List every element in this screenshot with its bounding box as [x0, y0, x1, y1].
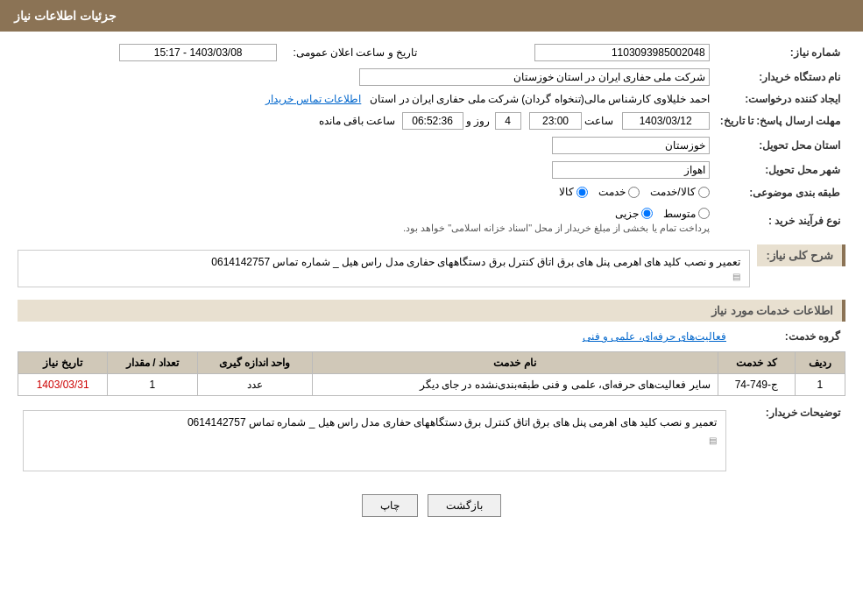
button-bar: بازگشت چاپ [18, 494, 845, 517]
mohlat-date: 1403/03/12 [622, 112, 710, 130]
farayand-desc: پرداخت تمام یا بخشی از مبلغ خریدار از مح… [403, 223, 710, 233]
cell-radif: 1 [795, 374, 845, 396]
radio-motevaset: متوسط [663, 208, 710, 220]
radio-jozi-label: جزیی [615, 208, 639, 220]
sharh-content: تعمیر و نصب کلید های اهرمی پنل های برق ا… [18, 244, 750, 293]
no-farayand-label: نوع فرآیند خرید : [715, 204, 845, 238]
farayand-group: متوسط جزیی [615, 208, 710, 220]
grouh-khedmat-value[interactable]: فعالیت‌های حرفه‌ای، علمی و فنی [583, 330, 726, 343]
radio-kala-khedmat-input[interactable] [698, 187, 710, 198]
col-vahed: واحد اندازه گیری [197, 352, 312, 374]
tosifat-content: تعمیر و نصب کلید های اهرمی پنل های برق ا… [23, 410, 726, 471]
radio-motevaset-label: متوسط [663, 208, 696, 220]
tosifat-label: توضیحات خریدار: [732, 401, 845, 480]
nam-dasgah-label: نام دستگاه خریدار: [715, 65, 845, 89]
sharh-value: تعمیر و نصب کلید های اهرمی پنل های برق ا… [18, 250, 750, 287]
tarifbandi-group: کالا/خدمت خدمت کالا [559, 186, 709, 198]
radio-khedmat-input[interactable] [628, 187, 640, 198]
tarikh-saat-value: 1403/03/08 - 15:17 [119, 44, 277, 61]
mohlat-roz-label: روز و [466, 115, 490, 127]
sharh-section: شرح کلی نیاز: تعمیر و نصب کلید های اهرمی… [18, 244, 845, 293]
shomare-niaz-label: شماره نیاز: [715, 40, 845, 65]
nam-dasgah-value: شرکت ملی حفاری ایران در استان خوزستان [359, 68, 710, 86]
cell-tedadMeghdar: 1 [108, 374, 197, 396]
col-tarikh: تاریخ نیاز [18, 352, 108, 374]
cell-name_khedmat: سایر فعالیت‌های حرفه‌ای، علمی و فنی طبقه… [312, 374, 718, 396]
services-table-header: ردیف کد خدمت نام خدمت واحد اندازه گیری ت… [18, 352, 845, 374]
sharh-text: تعمیر و نصب کلید های اهرمی پنل های برق ا… [211, 256, 740, 268]
info-table: شماره نیاز: 1103093985002048 تاریخ و ساع… [18, 40, 845, 237]
ostan-value: خوزستان [552, 137, 710, 154]
tarikh-saat-label: تاریخ و ساعت اعلان عمومی: [293, 46, 417, 59]
mohlat-saat-value: 23:00 [529, 112, 582, 130]
ettelaat-khadamat-header: اطلاعات خدمات مورد نیاز [18, 300, 845, 322]
mohlat-label: مهلت ارسال پاسخ: تا تاریخ: [715, 109, 845, 133]
radio-kala-khedmat-label: کالا/خدمت [650, 186, 695, 198]
radio-kala-khedmat: کالا/خدمت [650, 186, 709, 198]
radio-jozi: جزیی [615, 208, 653, 220]
radio-khedmat: خدمت [598, 186, 640, 198]
tosifat-resize-icon: ▤ [32, 435, 717, 445]
ijad-konande-label: ایجاد کننده درخواست: [715, 89, 845, 109]
col-radif: ردیف [795, 352, 845, 374]
back-button[interactable]: بازگشت [428, 494, 501, 517]
col-name-khedmat: نام خدمت [312, 352, 718, 374]
radio-kala-input[interactable] [577, 187, 588, 198]
radio-kala-label: کالا [559, 186, 574, 198]
mohlat-saat-label: ساعت [584, 115, 613, 127]
shahr-label: شهر محل تحویل: [715, 158, 845, 182]
mohlat-baqi-label: ساعت باقی مانده [319, 115, 396, 127]
radio-motevaset-input[interactable] [698, 208, 710, 219]
radio-jozi-input[interactable] [641, 208, 653, 219]
ostan-label: استان محل تحویل: [715, 133, 845, 158]
services-table: ردیف کد خدمت نام خدمت واحد اندازه گیری ت… [18, 351, 845, 396]
mohlat-baqi-value: 06:52:36 [402, 112, 463, 130]
cell-vahed: عدد [197, 374, 312, 396]
cell-tarikh: 1403/03/31 [18, 374, 108, 396]
shahr-value: اهواز [552, 161, 710, 179]
sharh-label: شرح کلی نیاز: [757, 244, 845, 266]
services-table-body: 1ج-749-74سایر فعالیت‌های حرفه‌ای، علمی و… [18, 374, 845, 396]
tamas-kharidar-link[interactable]: اطلاعات تماس خریدار [265, 93, 362, 105]
page-wrapper: جزئیات اطلاعات نیاز شماره نیاز: 11030939… [0, 0, 863, 616]
main-content: شماره نیاز: 1103093985002048 تاریخ و ساع… [0, 32, 863, 526]
tosifat-value: تعمیر و نصب کلید های اهرمی پنل های برق ا… [187, 416, 717, 428]
print-button[interactable]: چاپ [362, 494, 418, 517]
page-title: جزئیات اطلاعات نیاز [14, 9, 117, 23]
sharh-resize-icon: ▤ [27, 272, 740, 281]
cell-kod_khedmat: ج-749-74 [718, 374, 795, 396]
col-tedad: تعداد / مقدار [108, 352, 197, 374]
table-row: 1ج-749-74سایر فعالیت‌های حرفه‌ای، علمی و… [18, 374, 845, 396]
page-header: جزئیات اطلاعات نیاز [0, 0, 863, 32]
grouh-khedmat-table: گروه خدمت: فعالیت‌های حرفه‌ای، علمی و فن… [18, 327, 845, 346]
mohlat-roz-value: 4 [495, 112, 521, 130]
radio-khedmat-label: خدمت [598, 186, 626, 198]
radio-kala: کالا [559, 186, 588, 198]
tarifbandi-label: طبقه بندی موضوعی: [715, 182, 845, 204]
tosifat-table: توضیحات خریدار: تعمیر و نصب کلید های اهر… [18, 401, 845, 480]
grouh-khedmat-label: گروه خدمت: [732, 327, 845, 346]
shomare-niaz-value: 1103093985002048 [534, 44, 710, 61]
ijad-konande-value: احمد خلیلاوی کارشناس مالی(تنخواه گردان) … [370, 93, 709, 105]
col-kod-khedmat: کد خدمت [718, 352, 795, 374]
